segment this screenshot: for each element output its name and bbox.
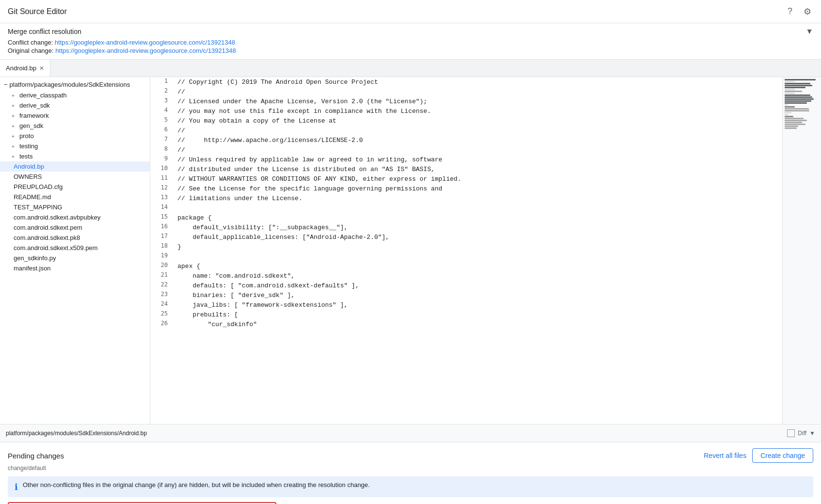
line-code bbox=[174, 203, 782, 213]
tree-root-label: platform/packages/modules/SdkExtensions bbox=[10, 81, 130, 88]
tree-file-gen-sdkinfo[interactable]: gen_sdkinfo.py bbox=[0, 253, 150, 263]
diff-toggle: Diff ▼ bbox=[787, 429, 815, 437]
line-number: 14 bbox=[150, 203, 174, 213]
revert-all-button[interactable]: Revert all files bbox=[704, 452, 746, 459]
line-number: 21 bbox=[150, 271, 174, 281]
line-number: 5 bbox=[150, 116, 174, 126]
app-title: Git Source Editor bbox=[8, 7, 67, 16]
table-row: 21 name: "com.android.sdkext", bbox=[150, 271, 782, 281]
tree-file-preupload[interactable]: PREUPLOAD.cfg bbox=[0, 182, 150, 192]
line-code: defaults: [ "com.android.sdkext-defaults… bbox=[174, 281, 782, 290]
line-code: "cur_sdkinfo" bbox=[174, 319, 782, 329]
file-tab-android-bp[interactable]: Android.bp ✕ bbox=[0, 60, 50, 77]
top-bar-icons: ? ⚙ bbox=[784, 6, 813, 17]
code-table: 1// Copyright (C) 2019 The Android Open … bbox=[150, 77, 782, 329]
merge-dropdown-arrow[interactable]: ▼ bbox=[805, 27, 813, 36]
line-number: 1 bbox=[150, 77, 174, 87]
table-row: 7// http://www.apache.org/licenses/LICEN… bbox=[150, 135, 782, 145]
tree-file-pem[interactable]: com.android.sdkext.pem bbox=[0, 222, 150, 233]
line-code bbox=[174, 252, 782, 261]
tree-item-proto[interactable]: + proto bbox=[0, 131, 150, 141]
line-code: // http://www.apache.org/licenses/LICENS… bbox=[174, 135, 782, 145]
table-row: 6// bbox=[150, 126, 782, 135]
pending-title: Pending changes bbox=[8, 452, 64, 460]
tree-item-derive-sdk[interactable]: + derive_sdk bbox=[0, 100, 150, 110]
table-row: 22 defaults: [ "com.android.sdkext-defau… bbox=[150, 281, 782, 290]
conflict-change-link[interactable]: https://googleplex-android-review.google… bbox=[55, 39, 235, 46]
diff-checkbox[interactable] bbox=[787, 429, 795, 437]
table-row: 14 bbox=[150, 203, 782, 213]
tree-file-owners[interactable]: OWNERS bbox=[0, 172, 150, 182]
settings-icon[interactable]: ⚙ bbox=[802, 6, 813, 17]
line-number: 3 bbox=[150, 96, 174, 106]
close-tab-icon[interactable]: ✕ bbox=[39, 65, 44, 72]
tree-file-pk8[interactable]: com.android.sdkext.pk8 bbox=[0, 233, 150, 243]
line-number: 20 bbox=[150, 261, 174, 271]
file-tree-sidebar: − platform/packages/modules/SdkExtension… bbox=[0, 77, 150, 424]
table-row: 11// WITHOUT WARRANTIES OR CONDITIONS OF… bbox=[150, 174, 782, 184]
info-icon: ℹ bbox=[15, 482, 18, 492]
expand-icon-gen-sdk: + bbox=[10, 123, 16, 129]
line-number: 22 bbox=[150, 281, 174, 290]
tab-bar: Android.bp ✕ bbox=[0, 60, 821, 77]
line-code: // WITHOUT WARRANTIES OR CONDITIONS OF A… bbox=[174, 174, 782, 184]
line-code: // limitations under the License. bbox=[174, 193, 782, 203]
table-row: 10// distributed under the License is di… bbox=[150, 164, 782, 174]
line-number: 6 bbox=[150, 126, 174, 135]
line-code: } bbox=[174, 242, 782, 252]
code-editor[interactable]: 1// Copyright (C) 2019 The Android Open … bbox=[150, 77, 782, 424]
line-code: prebuilts: [ bbox=[174, 310, 782, 319]
tree-root[interactable]: − platform/packages/modules/SdkExtension… bbox=[0, 79, 150, 90]
tree-item-label: derive_sdk bbox=[19, 102, 50, 109]
help-icon[interactable]: ? bbox=[784, 6, 796, 17]
tree-file-avbpubkey[interactable]: com.android.sdkext.avbpubkey bbox=[0, 212, 150, 222]
line-number: 11 bbox=[150, 174, 174, 184]
table-row: 5// You may obtain a copy of the License… bbox=[150, 116, 782, 126]
create-change-button[interactable]: Create change bbox=[752, 448, 813, 463]
table-row: 25 prebuilts: [ bbox=[150, 310, 782, 319]
original-change-link[interactable]: https://googleplex-android-review.google… bbox=[55, 47, 236, 54]
diff-dropdown-arrow[interactable]: ▼ bbox=[809, 430, 815, 437]
table-row: 1// Copyright (C) 2019 The Android Open … bbox=[150, 77, 782, 87]
line-code: // bbox=[174, 126, 782, 135]
line-code: name: "com.android.sdkext", bbox=[174, 271, 782, 281]
line-number: 2 bbox=[150, 87, 174, 96]
conflict-item: CONFLICT platform/packages/modules/SdkEx… bbox=[8, 502, 276, 504]
tree-file-android-bp[interactable]: Android.bp bbox=[0, 161, 150, 172]
expand-icon-testing: + bbox=[10, 143, 16, 149]
line-number: 26 bbox=[150, 319, 174, 329]
expand-icon-tests: + bbox=[10, 154, 16, 159]
line-code: java_libs: [ "framework-sdkextensions" ]… bbox=[174, 300, 782, 310]
line-number: 18 bbox=[150, 242, 174, 252]
tree-root-collapse-icon: − bbox=[4, 81, 8, 88]
tree-item-gen-sdk[interactable]: + gen_sdk bbox=[0, 121, 150, 131]
table-row: 8// bbox=[150, 145, 782, 155]
expand-icon-proto: + bbox=[10, 133, 16, 139]
file-path: platform/packages/modules/SdkExtensions/… bbox=[6, 430, 147, 437]
status-bar: platform/packages/modules/SdkExtensions/… bbox=[0, 424, 821, 442]
tree-file-x509pem[interactable]: com.android.sdkext.x509.pem bbox=[0, 243, 150, 253]
minimap bbox=[782, 77, 821, 424]
line-code: // You may obtain a copy of the License … bbox=[174, 116, 782, 126]
conflict-change-label: Conflict change: bbox=[8, 39, 53, 46]
tree-item-testing[interactable]: + testing bbox=[0, 141, 150, 151]
original-change-row: Original change: https://googleplex-andr… bbox=[8, 47, 813, 54]
pending-changes-section: Pending changes Revert all files Create … bbox=[0, 442, 821, 504]
table-row: 19 bbox=[150, 252, 782, 261]
tree-item-label: derive_classpath bbox=[19, 92, 67, 99]
line-number: 23 bbox=[150, 290, 174, 300]
tree-item-label: gen_sdk bbox=[19, 122, 43, 129]
conflict-change-row: Conflict change: https://googleplex-andr… bbox=[8, 39, 813, 46]
tree-item-tests[interactable]: + tests bbox=[0, 151, 150, 161]
line-number: 25 bbox=[150, 310, 174, 319]
merge-section: Merge conflict resolution ▼ Conflict cha… bbox=[0, 23, 821, 60]
pending-actions: Revert all files Create change bbox=[704, 448, 813, 463]
line-number: 15 bbox=[150, 213, 174, 222]
tree-item-derive-classpath[interactable]: + derive_classpath bbox=[0, 90, 150, 100]
tree-item-framework[interactable]: + framework bbox=[0, 110, 150, 121]
line-code: default_visibility: [":__subpackages__"]… bbox=[174, 222, 782, 232]
tree-file-manifest[interactable]: manifest.json bbox=[0, 263, 150, 273]
tree-file-readme[interactable]: README.md bbox=[0, 192, 150, 202]
table-row: 13// limitations under the License. bbox=[150, 193, 782, 203]
tree-file-test-mapping[interactable]: TEST_MAPPING bbox=[0, 202, 150, 212]
